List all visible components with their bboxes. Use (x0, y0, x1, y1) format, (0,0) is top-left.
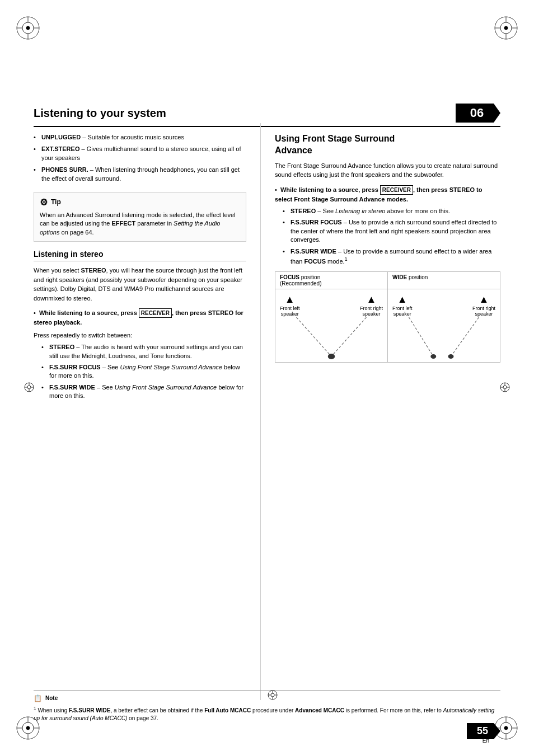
wide-right-speaker: ▲ Front rightspeaker (472, 294, 495, 317)
initial-bullet-list: UNPLUGGED – Suitable for acoustic music … (34, 133, 246, 183)
tip-icon: ⚙ (40, 197, 48, 208)
focus-convergence-svg (275, 317, 387, 362)
wide-speakers-row: ▲ Front leftspeaker ▲ Front rightspeaker (392, 294, 495, 317)
fssa-wide-item: F.S.SURR WIDE – Use to provide a surroun… (283, 247, 500, 266)
bullet-item-phones-surr: PHONES SURR. – When listening through he… (34, 166, 246, 183)
note-body: 1 When using F.S.SURR WIDE, a better eff… (34, 706, 500, 722)
svg-point-35 (503, 386, 507, 389)
unplugged-term: UNPLUGGED (41, 134, 81, 140)
fssa-sub-list: STEREO – See Listening in stereo above f… (283, 207, 500, 266)
unplugged-desc: – Suitable for acoustic music sources (82, 134, 184, 140)
focus-right-speaker: ▲ Front rightspeaker (360, 294, 383, 317)
wide-right-speaker-label: Front rightspeaker (472, 306, 495, 317)
note-area: 📋 Note 1 When using F.S.SURR WIDE, a bet… (34, 690, 500, 722)
left-column: UNPLUGGED – Suitable for acoustic music … (34, 123, 246, 700)
focus-speakers-row: ▲ Front leftspeaker ▲ Front rightspeaker (280, 294, 383, 317)
sub-item-stereo: STEREO – The audio is heard with your su… (41, 343, 246, 360)
tip-header: ⚙ Tip (40, 197, 240, 208)
svg-point-9 (504, 26, 508, 30)
diagram-header-row: FOCUS position(Recommended) WIDE positio… (275, 272, 500, 289)
listening-in-stereo-body: When you select STEREO, you will hear th… (34, 266, 246, 303)
phones-surr-term: PHONES SURR. (41, 166, 88, 173)
focus-left-speaker-label: Front leftspeaker (280, 306, 300, 317)
svg-line-47 (331, 317, 367, 356)
fssa-title: Using Front Stage Surround Advance (275, 133, 500, 157)
wide-convergence-svg (388, 317, 500, 362)
svg-line-49 (409, 317, 434, 356)
diagram-wide-panel: ▲ Front leftspeaker ▲ Front rightspeaker (388, 289, 500, 362)
svg-point-16 (26, 726, 30, 730)
fssa-intro: The Front Stage Surround Advance functio… (275, 161, 500, 180)
right-column: Using Front Stage Surround Advance The F… (275, 123, 500, 700)
bullet-item-unplugged: UNPLUGGED – Suitable for acoustic music … (34, 133, 246, 142)
chapter-badge: 06 (456, 104, 500, 123)
focus-right-speaker-icon: ▲ (360, 294, 383, 306)
listening-in-stereo-section: Listening in stereo When you select STER… (34, 250, 246, 400)
stereo-instruction: • While listening to a source, press REC… (34, 308, 246, 327)
svg-point-48 (328, 354, 335, 359)
fssa-stereo-item: STEREO – See Listening in stereo above f… (283, 207, 500, 215)
diagram-focus-label: FOCUS position(Recommended) (275, 272, 388, 289)
note-icon: 📋 (34, 694, 42, 703)
receiver-key: RECEIVER (139, 308, 172, 318)
wide-right-speaker-icon: ▲ (472, 294, 495, 306)
svg-point-52 (448, 354, 454, 359)
diagram-focus-panel: ▲ Front leftspeaker ▲ Front rightspeaker (275, 289, 388, 362)
note-label: Note (45, 694, 58, 702)
svg-line-50 (451, 317, 479, 356)
stereo-sub-list: STEREO – The audio is heard with your su… (41, 343, 246, 400)
fssa-section: Using Front Stage Surround Advance The F… (275, 133, 500, 363)
tip-box: ⚙ Tip When an Advanced Surround listenin… (34, 192, 246, 242)
column-divider (260, 123, 261, 700)
focus-left-speaker-icon: ▲ (280, 294, 300, 306)
fssa-instruction: • While listening to a source, press REC… (275, 185, 500, 204)
svg-line-46 (297, 317, 332, 356)
wide-left-speaker-icon: ▲ (392, 294, 413, 306)
sub-item-fs-wide: F.S.SURR WIDE – See Using Front Stage Su… (41, 383, 246, 401)
corner-decoration-tl (11, 11, 45, 45)
diagram-body-row: ▲ Front leftspeaker ▲ Front rightspeaker (275, 289, 500, 362)
note-header: 📋 Note (34, 694, 500, 703)
ext-stereo-term: EXT.STEREO (41, 145, 79, 152)
receiver-key-2: RECEIVER (380, 185, 413, 195)
main-content: UNPLUGGED – Suitable for acoustic music … (34, 123, 500, 700)
svg-point-2 (26, 26, 30, 30)
focus-right-speaker-label: Front rightspeaker (360, 306, 383, 317)
wide-left-speaker: ▲ Front leftspeaker (392, 294, 413, 317)
page-number: 55 (467, 723, 500, 739)
tip-content: When an Advanced Surround listening mode… (40, 211, 240, 237)
tip-label: Tip (51, 198, 61, 206)
press-repeatedly-label: Press repeatedly to switch between: (34, 331, 246, 340)
bullet-item-ext-stereo: EXT.STEREO – Gives multichannel sound to… (34, 145, 246, 162)
fssa-focus-item: F.S.SURR FOCUS – Use to provide a rich s… (283, 218, 500, 244)
en-label: En (483, 738, 489, 744)
sub-item-fs-focus: F.S.SURR FOCUS – See Using Front Stage S… (41, 363, 246, 381)
svg-point-23 (504, 726, 508, 730)
focus-left-speaker: ▲ Front leftspeaker (280, 294, 300, 317)
svg-point-29 (27, 386, 31, 389)
corner-decoration-tr (489, 11, 523, 45)
svg-point-51 (430, 354, 436, 359)
wide-left-speaker-label: Front leftspeaker (392, 306, 413, 317)
diagram-wide-label: WIDE position (388, 272, 500, 289)
focus-wide-diagram: FOCUS position(Recommended) WIDE positio… (275, 271, 500, 363)
listening-in-stereo-title: Listening in stereo (34, 250, 246, 261)
page-title: Listening to your system (34, 107, 456, 120)
